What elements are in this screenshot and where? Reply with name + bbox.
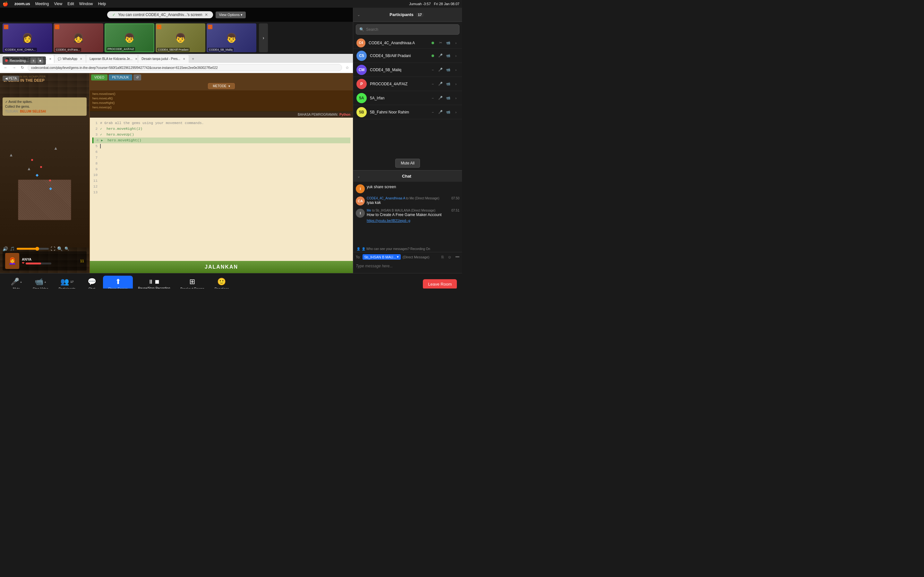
- chat-message-input[interactable]: [356, 261, 459, 271]
- method-item-3[interactable]: hero.moveRight(): [92, 101, 351, 105]
- p-video-icon-0[interactable]: 📹: [445, 40, 451, 46]
- toolbar-share-screen[interactable]: ⬆ Share Screen: [103, 276, 133, 288]
- chat-emoji-icon[interactable]: ☺: [447, 255, 451, 259]
- mute-arrow-icon[interactable]: ▲: [20, 280, 23, 284]
- thumbnails-next-button[interactable]: ›: [259, 23, 268, 52]
- bookmark-button[interactable]: ☆: [344, 64, 351, 71]
- participant-avatar-5: 5B: [357, 107, 367, 117]
- thumbnail-5[interactable]: 👦 📍 CODE4_5B_Maliq: [207, 23, 256, 52]
- code-line-12: 12: [92, 184, 351, 189]
- toolbar-participants[interactable]: 👥 17 Participants: [53, 277, 81, 288]
- p-more-icon-4[interactable]: ›: [453, 95, 459, 101]
- p-mic-icon-3[interactable]: 🎤: [438, 81, 443, 87]
- volume-icon[interactable]: 🔊: [3, 246, 8, 251]
- p-mic-icon-0[interactable]: ✂: [438, 40, 443, 46]
- thumbnails-row: 👩 📍 ICODE4_KAK_CHIKA... 👧 📍 CODE4_4A/Far…: [0, 22, 353, 54]
- menubar-meeting[interactable]: Meeting: [35, 2, 49, 6]
- search-input[interactable]: [366, 27, 456, 32]
- zoom-out-icon[interactable]: 🔍: [65, 247, 69, 251]
- menubar-edit[interactable]: Edit: [67, 2, 74, 6]
- chat-more-icon[interactable]: •••: [455, 255, 459, 259]
- p-more-icon-3[interactable]: ›: [453, 81, 459, 87]
- p-more-icon-2[interactable]: ›: [453, 67, 459, 73]
- toolbar-reactions[interactable]: 🙂 Reactions: [210, 277, 234, 288]
- video-arrow-icon[interactable]: ▲: [44, 280, 47, 284]
- p-mic-icon-2[interactable]: 🎤: [438, 67, 443, 73]
- music-icon[interactable]: 🎵: [10, 247, 15, 251]
- browser-tab-2[interactable]: 💬 WhatsApp ✕: [55, 55, 86, 63]
- p-more-icon-0[interactable]: ›: [453, 40, 459, 46]
- method-item-1[interactable]: hero.moveDown(): [92, 92, 351, 96]
- p-video-icon-3[interactable]: 📹: [445, 81, 451, 87]
- toolbar-stop-video[interactable]: 📹 ▲ Stop Video: [27, 277, 53, 288]
- zoom-in-icon[interactable]: 🔍: [57, 246, 63, 251]
- menubar-view[interactable]: View: [54, 2, 62, 6]
- apple-menu[interactable]: 🍎: [3, 1, 8, 6]
- thumbnail-1[interactable]: 👩 📍 ICODE4_KAK_CHIKA...: [3, 23, 52, 52]
- line-num-1: 1: [92, 121, 97, 125]
- chat-link-url-3[interactable]: https://youtu.be/IB21tepd--g: [367, 219, 410, 222]
- game-sprites-area[interactable]: ▲ ▲ ▲ ◆ ◆: [0, 111, 89, 247]
- thumbnail-4[interactable]: 👦 📍 CODE4_5B/Alif Pradani: [156, 23, 205, 52]
- menubar-window[interactable]: Window: [79, 2, 93, 6]
- p-video-icon-1[interactable]: 📹: [445, 53, 451, 59]
- method-item-4[interactable]: hero.moveUp(): [92, 105, 351, 110]
- refresh-button[interactable]: ↻: [19, 64, 26, 71]
- volume-bar[interactable]: [17, 248, 49, 250]
- thumbnail-2[interactable]: 👧 📍 CODE4_4A/Fara...: [53, 23, 103, 52]
- toolbar-chat[interactable]: 💬 Chat: [81, 277, 103, 288]
- hint-button[interactable]: PETUNJUK: [109, 74, 132, 81]
- method-list: hero.moveDown() hero.moveLeft() hero.mov…: [90, 90, 353, 111]
- p-mic-icon-4[interactable]: 🎤: [438, 95, 443, 101]
- p-mic-icon-5[interactable]: 🎤: [438, 109, 443, 115]
- method-item-2[interactable]: hero.moveLeft(): [92, 96, 351, 101]
- chat-copy-icon[interactable]: ⎘: [441, 255, 444, 259]
- back-button[interactable]: ←: [3, 64, 9, 71]
- p-video-icon-4[interactable]: 📹: [445, 95, 451, 101]
- sidebar-expand-icon[interactable]: ⌄: [357, 13, 360, 17]
- forward-button[interactable]: →: [11, 64, 17, 71]
- banner-close-icon[interactable]: ✕: [205, 13, 208, 17]
- search-box[interactable]: 🔍: [356, 24, 459, 35]
- tab-close-2[interactable]: ✕: [80, 57, 82, 61]
- p-mic-icon-1[interactable]: 🎤: [438, 53, 443, 59]
- menubar-app[interactable]: zoom.us: [15, 2, 30, 6]
- pause-recording-button[interactable]: ⏸: [31, 58, 36, 63]
- toolbar-breakout[interactable]: ⊞ Breakout Rooms: [175, 277, 209, 288]
- p-video-icon-2[interactable]: 📹: [445, 67, 451, 73]
- tab-close-4[interactable]: ✕: [183, 57, 186, 61]
- chat-to-select[interactable]: 5b_IHSAN B MAU... ▾: [363, 254, 401, 259]
- view-options-button[interactable]: View Options ▾: [216, 11, 246, 18]
- chat-link-3[interactable]: https://youtu.be/IB21tepd--g: [367, 218, 459, 223]
- tab-close-3[interactable]: ✕: [135, 57, 137, 61]
- code-line-6: 6: [92, 149, 351, 155]
- toolbar-pause-recording[interactable]: ⏸ ⏹ Pause/Stop Recording: [133, 279, 175, 289]
- gem-2: ◆: [49, 186, 52, 191]
- leave-room-button[interactable]: Leave Room: [423, 279, 457, 288]
- video-button[interactable]: VIDEO: [91, 74, 107, 81]
- stop-recording-button[interactable]: ⏹: [37, 58, 43, 63]
- new-tab-button[interactable]: +: [189, 55, 197, 63]
- mute-all-button[interactable]: Mute All: [395, 159, 420, 168]
- menubar-help[interactable]: Help: [98, 2, 106, 6]
- code-line-3: 3 ✓ hero.moveUp(): [92, 132, 351, 137]
- p-more-icon-5[interactable]: ›: [453, 109, 459, 115]
- browser-tab-3[interactable]: Laporan BLA ke Kidzania Je... ✕: [86, 55, 137, 63]
- url-bar[interactable]: codecombat.com/play/level/gems-in-the-de…: [27, 64, 342, 71]
- chat-expand-icon[interactable]: ⌄: [357, 174, 360, 179]
- volume-knob[interactable]: [35, 247, 39, 251]
- run-button[interactable]: JALANKAN: [90, 261, 353, 273]
- method-dropdown[interactable]: METODE ▾: [208, 83, 235, 89]
- expand-icon[interactable]: ⛶: [51, 246, 55, 251]
- p-more-icon-1[interactable]: ›: [453, 53, 459, 59]
- thumb-badge-1: 📍: [4, 25, 8, 29]
- map-button[interactable]: ◀ PETA: [3, 76, 19, 81]
- toolbar-mute[interactable]: 🎤 ▲ Mute: [5, 277, 27, 288]
- tab-close-1[interactable]: ✕: [49, 57, 52, 61]
- code-area[interactable]: 1 # Grab all the gems using your movemen…: [90, 118, 353, 261]
- browser-tab-4[interactable]: Desain tanpa judul - Pres... ✕: [138, 55, 189, 63]
- breakout-label: Breakout Rooms: [180, 287, 204, 288]
- p-video-icon-5[interactable]: 📹: [445, 109, 451, 115]
- refresh-code-button[interactable]: ↺: [134, 74, 141, 81]
- thumbnail-3[interactable]: 👦 PROCODE_4A/FAIZ: [105, 23, 154, 52]
